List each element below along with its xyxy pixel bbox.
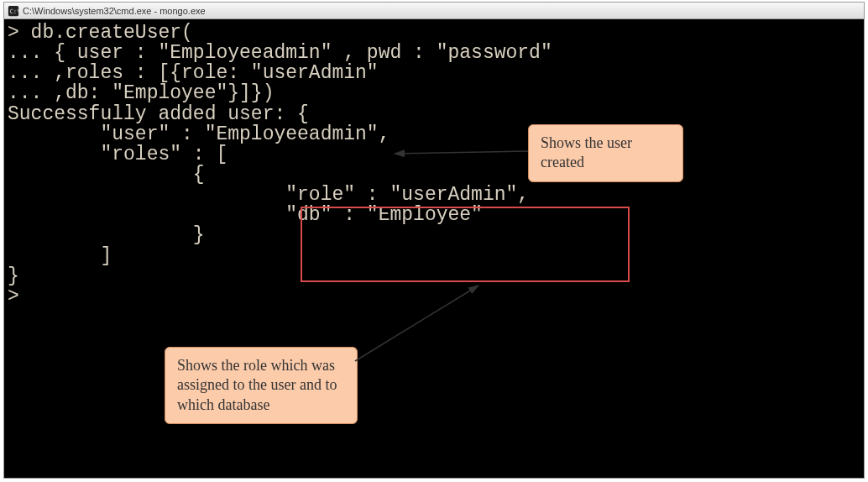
term-line: }	[8, 224, 205, 246]
callout-user-created: Shows the user created	[528, 124, 683, 182]
term-line: ... ,roles : [{role: "userAdmin"	[8, 62, 379, 84]
term-line: Successfully added user: {	[8, 103, 309, 125]
term-line: "user" : "Employeeadmin",	[8, 123, 390, 145]
term-line: "roles" : [	[8, 144, 227, 165]
term-line: ... { user : "Employeeadmin" , pwd : "pa…	[8, 42, 552, 64]
term-line: "db" : "Employee"	[8, 204, 483, 226]
window-title: C:\Windows\system32\cmd.exe - mongo.exe	[23, 6, 206, 16]
cmd-icon: C:\	[8, 5, 19, 17]
callout-role-assigned: Shows the role which was assigned to the…	[165, 347, 358, 424]
term-line: "role" : "userAdmin",	[8, 184, 529, 206]
term-line: >	[8, 286, 19, 307]
term-line: ... ,db: "Employee"}]})	[8, 82, 274, 104]
terminal-output[interactable]: > db.createUser( ... { user : "Employeea…	[4, 19, 864, 478]
term-line: > db.createUser(	[8, 22, 193, 44]
svg-text:C:\: C:\	[10, 8, 19, 14]
cmd-window: C:\ C:\Windows\system32\cmd.exe - mongo.…	[3, 2, 865, 479]
term-line: {	[8, 164, 205, 186]
term-line: ]	[8, 245, 112, 267]
titlebar[interactable]: C:\ C:\Windows\system32\cmd.exe - mongo.…	[4, 3, 864, 19]
term-line: }	[8, 265, 19, 287]
